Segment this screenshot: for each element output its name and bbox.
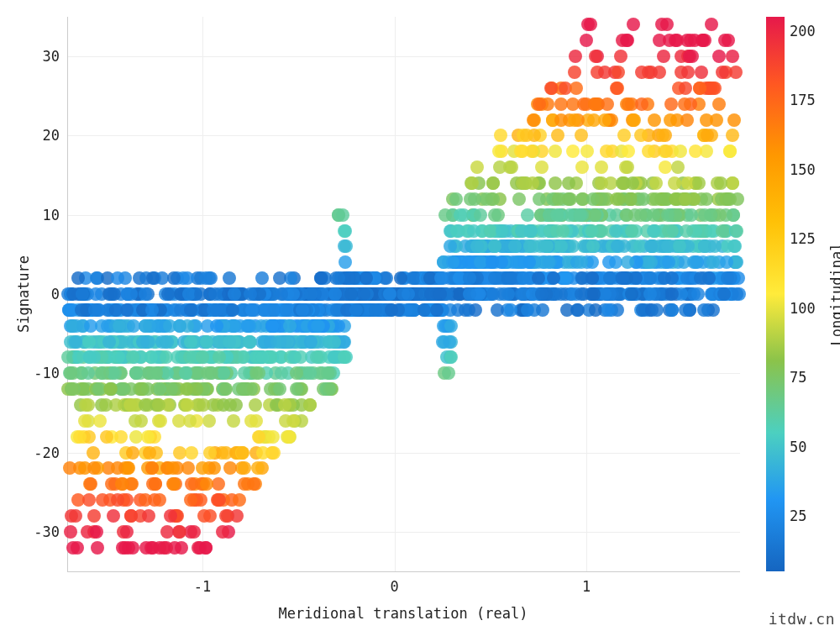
data-point [661,208,675,222]
colorbar-tick: 175 [790,92,816,108]
data-point [236,446,249,460]
data-point [136,335,150,349]
data-point [488,271,501,285]
data-point [145,461,159,475]
data-point [129,366,143,380]
data-point [551,129,564,142]
data-point [486,176,500,190]
data-point [79,398,92,412]
data-point [129,430,143,444]
data-point [622,97,635,111]
data-point [621,160,634,174]
data-point [488,239,501,253]
data-point [279,303,292,317]
data-point [69,509,82,523]
data-point [200,477,213,491]
data-point [219,382,233,396]
data-point [108,287,121,301]
data-point [82,335,96,349]
data-point [139,493,152,507]
data-point [349,303,363,317]
data-point [665,224,679,238]
data-point [244,382,258,396]
data-point [153,493,166,507]
data-point [585,271,599,285]
data-point [123,398,137,412]
y-tick: -10 [34,365,60,381]
data-point [160,541,173,555]
data-point [179,366,192,380]
data-point [124,287,138,301]
data-point [721,271,734,285]
data-point [181,398,194,412]
data-point [444,319,458,333]
data-point [233,493,246,507]
data-point [304,335,318,349]
data-point [90,525,103,539]
data-point [238,461,251,475]
data-point [111,493,124,507]
data-point [202,414,216,428]
data-point [554,239,568,253]
data-point [139,287,152,301]
data-point [442,366,455,380]
data-point [658,271,671,285]
data-point [127,319,140,333]
data-point [629,271,643,285]
data-point [598,66,612,79]
data-point [610,82,623,95]
data-point [698,208,711,222]
data-point [689,255,702,269]
x-tick: -1 [194,578,211,595]
data-point [146,271,160,285]
data-point [700,192,713,206]
x-axis-label: Meridional translation (real) [279,605,528,622]
data-point [575,287,588,301]
data-point [467,224,480,238]
data-point [212,477,225,491]
data-point [216,525,229,539]
data-point [701,129,714,142]
data-point [492,145,506,158]
data-point [727,239,741,253]
data-point [643,271,657,285]
data-point [139,319,152,333]
data-point [664,113,677,127]
data-point [589,303,602,317]
data-point [571,303,585,317]
data-point [716,66,729,79]
data-point [102,335,116,349]
data-point [673,239,686,253]
data-point [617,129,631,142]
data-point [685,208,698,222]
scatter-plot: -101-30-20-100102030 [67,17,740,572]
data-point [69,335,82,349]
data-point [223,335,236,349]
data-point [566,145,580,158]
data-point [454,208,467,222]
data-point [197,509,211,523]
data-point [78,414,92,428]
x-tick: 1 [582,578,591,595]
data-point [450,224,464,238]
data-point [93,414,107,428]
data-point [730,224,743,238]
data-point [670,34,684,47]
y-tick: 20 [43,127,60,144]
data-point [679,82,692,95]
data-point [173,525,186,539]
data-point [674,145,687,158]
data-point [602,255,616,269]
data-point [120,525,134,539]
data-point [145,303,159,317]
data-point [723,192,737,206]
data-point [196,461,209,475]
colorbar-tick: 75 [790,369,806,386]
data-point [637,192,650,206]
y-tick: 0 [51,286,60,302]
data-point [612,192,626,206]
data-point [332,208,345,222]
data-point [160,525,174,539]
data-point [680,113,694,127]
data-point [199,271,213,285]
